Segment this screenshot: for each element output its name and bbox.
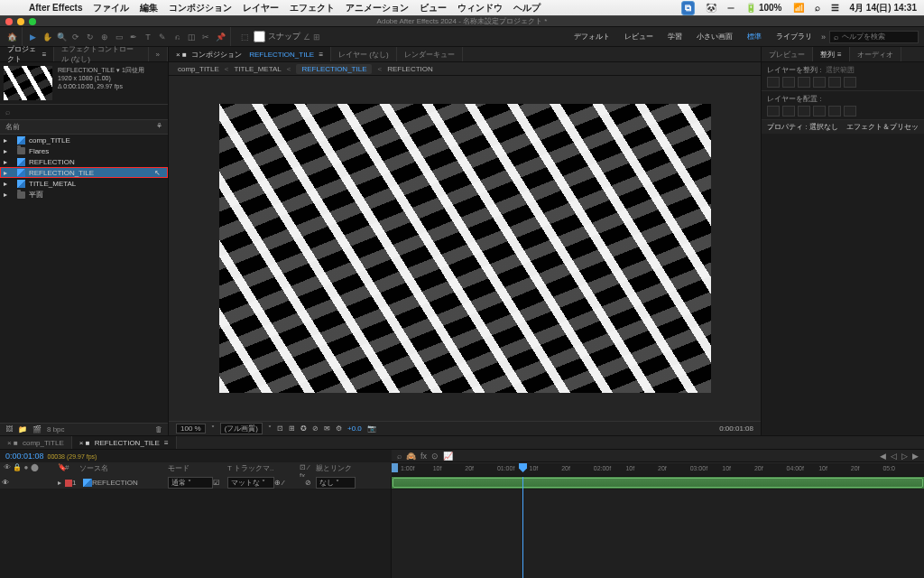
project-item[interactable]: ▸TITLE_METAL	[0, 178, 168, 189]
brush-tool-icon[interactable]: ✎	[156, 31, 169, 43]
tab-composition[interactable]: × ■ コンポジション REFLECTION_TILE ≡	[169, 47, 331, 61]
work-area-start[interactable]	[392, 463, 398, 472]
timecode[interactable]: 0:00:01:08	[5, 452, 44, 461]
distribute-icon[interactable]	[782, 106, 795, 117]
menu-item[interactable]: レイヤー	[243, 2, 279, 14]
workspace-tab[interactable]: デフォルト	[568, 30, 615, 43]
type-tool-icon[interactable]: T	[142, 31, 154, 43]
orbit-tool-icon[interactable]: ⟳	[69, 31, 82, 43]
cti-marker[interactable]	[519, 463, 527, 472]
viewer-icon[interactable]: ⚙	[336, 424, 342, 433]
playhead[interactable]	[522, 477, 523, 578]
share-icon[interactable]: ⚘	[156, 122, 162, 132]
tab-effect-controls[interactable]: エフェクトコントロール (なし)	[54, 47, 148, 61]
lang-indicator[interactable]	[727, 7, 735, 9]
breadcrumb-item[interactable]: comp_TITLE	[178, 65, 219, 73]
new-comp-icon[interactable]: 🎬	[32, 425, 42, 434]
resolution-select[interactable]: (フル画質)	[220, 423, 263, 434]
tab-renderqueue[interactable]: レンダーキュー	[397, 47, 463, 61]
project-item[interactable]: ▸REFLECTION	[0, 156, 168, 167]
help-search-input[interactable]	[842, 33, 914, 41]
shape-tool-icon[interactable]: ▭	[113, 31, 125, 43]
align-left-icon[interactable]	[767, 77, 780, 88]
project-tree[interactable]: ▸comp_TITLE▸Flares▸REFLECTION▸REFLECTION…	[0, 135, 168, 423]
align-target[interactable]: 選択範囲	[826, 66, 855, 74]
pen-tool-icon[interactable]: ✒	[127, 31, 140, 43]
status-icon[interactable]: ⧉	[681, 1, 695, 15]
viewer[interactable]	[169, 76, 761, 421]
timeline-tab-active[interactable]: × ■ REFLECTION_TILE ≡	[72, 436, 177, 449]
selection-tool-icon[interactable]: ▶	[26, 31, 39, 43]
snapshot-icon[interactable]: 📷	[367, 424, 376, 433]
snap-checkbox[interactable]	[254, 31, 265, 42]
snap-icon[interactable]: ⬚	[238, 31, 251, 43]
folder-icon[interactable]: 📁	[18, 425, 27, 434]
matte-select[interactable]: マットな ˅	[227, 477, 274, 489]
align-center-h-icon[interactable]	[782, 77, 795, 88]
menu-item[interactable]: アニメーション	[346, 2, 409, 14]
nav-prev-icon[interactable]: ◁	[891, 452, 897, 461]
properties-label[interactable]: プロパティ : 選択なし	[767, 122, 838, 132]
close-icon[interactable]	[5, 18, 13, 25]
menu-item[interactable]: ヘルプ	[513, 2, 541, 14]
home-icon[interactable]: 🏠	[5, 31, 18, 43]
menu-item[interactable]: コンポジション	[169, 2, 232, 14]
parent-select[interactable]: なし ˅	[316, 477, 356, 489]
hand-tool-icon[interactable]: ✋	[41, 31, 53, 43]
breadcrumb-item[interactable]: TITLE_METAL	[234, 65, 281, 73]
menu-item[interactable]: ウィンドウ	[457, 2, 503, 14]
breadcrumb-item[interactable]: REFLECTION	[387, 65, 433, 73]
layer-track[interactable]	[392, 477, 924, 489]
puppet-tool-icon[interactable]: 📌	[214, 31, 226, 43]
zoom-tool-icon[interactable]: 🔍	[55, 31, 68, 43]
menu-item[interactable]: ビュー	[420, 2, 447, 14]
align-top-icon[interactable]	[813, 77, 826, 88]
menu-item[interactable]: ファイル	[93, 2, 129, 14]
tab-layer[interactable]: レイヤー (なし)	[331, 47, 397, 61]
workspace-more-icon[interactable]: »	[821, 33, 826, 42]
timeline-shy-icon[interactable]: 🙈	[406, 452, 416, 461]
status-icon[interactable]: 🐼	[706, 3, 716, 13]
distribute-icon[interactable]	[844, 106, 856, 117]
timeline-motion-blur-icon[interactable]: ⊙	[431, 452, 439, 461]
current-time[interactable]: 0:00:01:08	[719, 424, 753, 433]
timeline-search-icon[interactable]: ⌕	[397, 452, 402, 461]
tab-more-icon[interactable]: »	[149, 47, 168, 61]
distribute-icon[interactable]	[813, 106, 826, 117]
tab-preview[interactable]: プレビュー	[762, 47, 813, 61]
timeline-graph-icon[interactable]: 📈	[443, 452, 453, 461]
tab-audio[interactable]: オーディオ	[850, 47, 901, 61]
workspace-tab[interactable]: 学習	[662, 30, 688, 43]
img-icon[interactable]: 🖼	[5, 425, 13, 434]
distribute-icon[interactable]	[798, 106, 810, 117]
blend-mode-select[interactable]: 通常 ˅	[168, 477, 213, 489]
nav-next-icon[interactable]: ▷	[901, 452, 908, 461]
battery-icon[interactable]: 🔋 100%	[745, 3, 781, 13]
tab-project[interactable]: プロジェクト ≡	[0, 47, 54, 61]
presets-label[interactable]: エフェクト＆プリセッ	[846, 122, 919, 132]
nav-start-icon[interactable]: ◀	[880, 452, 886, 461]
workspace-tab[interactable]: 小さい画面	[691, 30, 738, 43]
align-bottom-icon[interactable]	[844, 77, 856, 88]
timeline-tab[interactable]: × ■ comp_TITLE	[0, 436, 72, 449]
layer-name[interactable]: REFLECTION	[92, 479, 168, 487]
layer-row[interactable]: 👁 ▸ 1 REFLECTION 通常 ˅ ☑ マットな ˅ ⊕ ∕ ⊘ なし …	[0, 477, 391, 489]
minimize-icon[interactable]	[17, 18, 24, 25]
align-center-v-icon[interactable]	[828, 77, 841, 88]
rotate-tool-icon[interactable]: ↻	[84, 31, 97, 43]
workspace-tab[interactable]: レビュー	[619, 30, 659, 43]
clock[interactable]: 4月 14(日) 14:31	[850, 2, 917, 14]
distribute-icon[interactable]	[767, 106, 780, 117]
bpc-label[interactable]: 8 bpc	[47, 425, 150, 434]
maximize-icon[interactable]	[29, 18, 36, 25]
project-item[interactable]: ▸平面	[0, 189, 168, 200]
wifi-icon[interactable]: 📶	[793, 3, 804, 13]
column-header-name[interactable]: 名前	[5, 122, 20, 132]
project-search[interactable]: ⌕	[0, 105, 168, 120]
align-right-icon[interactable]	[798, 77, 810, 88]
viewer-icon[interactable]: ✉	[324, 424, 330, 433]
anchor-tool-icon[interactable]: ⊕	[98, 31, 111, 43]
distribute-icon[interactable]	[828, 106, 841, 117]
time-ruler[interactable]: 1:00f10f20f01:00f10f20f02:00f10f20f03:00…	[392, 462, 924, 476]
traffic-lights[interactable]	[5, 18, 36, 25]
